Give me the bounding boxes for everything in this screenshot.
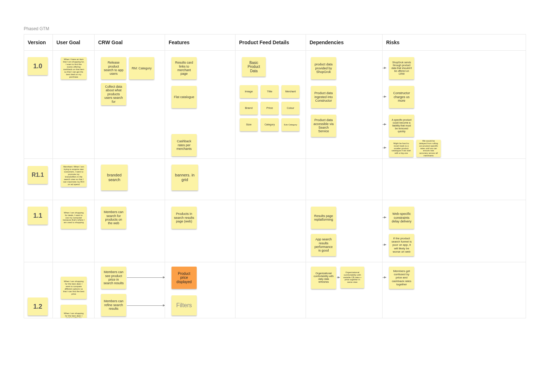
dep-1.2-sameview[interactable]: Organizational comfortability with varia… <box>340 267 364 288</box>
arrow-dep2-risk2 <box>383 97 386 97</box>
pfd-colour[interactable]: Colour <box>282 102 299 115</box>
col-version: Version <box>24 34 53 50</box>
risk-1.2-confused[interactable]: Members get confused by price and cashba… <box>389 267 414 289</box>
risk-1.1-web[interactable]: Web-specific constraints delay delivery <box>389 207 414 229</box>
pfd-image[interactable]: Image <box>240 85 258 98</box>
risk-1.0-shopgrok[interactable]: ShopGrok sends through product data that… <box>389 57 414 79</box>
usergoal-1.2a[interactable]: When I am shopping for the best deal, I … <box>61 277 87 299</box>
pfd-brand[interactable]: Brand <box>240 102 258 115</box>
usergoal-1.1[interactable]: When I am shopping for deals, I want to … <box>61 207 87 229</box>
pfd-merchant[interactable]: Merchant <box>282 85 299 98</box>
arrow-1.2-risk <box>383 277 386 278</box>
col-crw-goal: CRW Goal <box>95 34 165 50</box>
risk-1.0-charge[interactable]: Constructor charges us more <box>389 86 414 108</box>
usergoal-1.2b[interactable]: When I am shopping for the best deal, I … <box>61 305 87 318</box>
matrix: Version User Goal CRW Goal Features Prod… <box>24 34 526 318</box>
arrow-1.2-deps <box>337 277 340 278</box>
feat-1.0-resultscard[interactable]: Results card links to merchant page <box>171 57 197 79</box>
version-r1.1[interactable]: R1.1 <box>28 166 48 184</box>
feat-1.1[interactable]: Products in search results page (web) <box>171 207 197 229</box>
crw-1.0-rm[interactable]: RM: Category <box>129 57 154 79</box>
feat-1.2-price[interactable]: Product price displayed <box>171 267 197 289</box>
pfd-category[interactable]: Category <box>261 118 279 131</box>
row-v1.0: 1.0 When I have an item that I am shoppi… <box>24 51 526 159</box>
dep-1.1-appperf[interactable]: App search results performance is good <box>311 234 336 256</box>
feat-1.2-filters[interactable]: Filters <box>171 295 197 315</box>
col-product-feed: Product Feed Details <box>235 34 306 50</box>
header-row: Version User Goal CRW Goal Features Prod… <box>24 34 526 51</box>
version-1.0[interactable]: 1.0 <box>28 57 48 75</box>
feat-r1.1[interactable]: banners. in grid <box>171 165 198 190</box>
dep-1.1-replat[interactable]: Results page replatforming <box>311 207 336 229</box>
arrow-dep1-risk1 <box>383 68 386 68</box>
board-title: Phased GTM <box>24 26 49 31</box>
arrow-1.2-price <box>127 277 165 278</box>
usergoal-r1.1[interactable]: Merchant: When I am trying to acquire ne… <box>61 165 87 187</box>
usergoal-1.0[interactable]: When I have an item that I am shopping f… <box>61 57 87 79</box>
risk-1.0-delay[interactable]: We would be delayed from rolling out pro… <box>416 140 441 157</box>
feat-1.0-cbrates[interactable]: Cashback rates per merchants <box>171 134 197 156</box>
dep-1.2-daily[interactable]: Organizational comfortability with daily… <box>311 267 336 289</box>
dep-1.0-shopgrok[interactable]: product data provided by ShopGrok <box>311 57 336 79</box>
crw-r1.1[interactable]: branded search <box>101 165 128 190</box>
version-1.1[interactable]: 1.1 <box>28 207 48 225</box>
pfd-size[interactable]: Size <box>240 118 258 131</box>
canvas[interactable]: Phased GTM Version User Goal CRW Goal Fe… <box>0 0 549 392</box>
arrow-1.1-b <box>383 245 386 245</box>
row-v1.2: 1.2 When I am shopping for the best deal… <box>24 262 526 318</box>
arrow-dep3-risk4 <box>383 148 386 148</box>
arrow-1.1-a <box>383 217 386 218</box>
dep-1.0-constructor[interactable]: Product data ingested into Constructor <box>311 86 336 108</box>
col-features: Features <box>165 34 235 50</box>
col-user-goal: User Goal <box>53 34 95 50</box>
pfd-title[interactable]: Title <box>261 85 279 98</box>
pfd-basic[interactable]: Basic Product Data <box>242 57 266 77</box>
crw-1.0-collect[interactable]: Collect data about what products users s… <box>101 83 126 105</box>
arrow-dep3-risk3 <box>383 124 386 125</box>
risk-1.1-funnel[interactable]: If the product search funnel is poor on … <box>389 234 414 256</box>
crw-1.2-price[interactable]: Members can see product price in search … <box>101 267 126 289</box>
feat-1.0-flatcat[interactable]: Flat catalogue <box>171 86 197 108</box>
crw-1.1[interactable]: Members can search for products on the w… <box>101 207 126 229</box>
col-dependencies: Dependencies <box>306 34 383 50</box>
pfd-subcat[interactable]: Sub-Category <box>282 118 299 131</box>
version-1.2[interactable]: 1.2 <box>28 298 48 315</box>
row-v1.1: 1.1 When I am shopping for deals, I want… <box>24 200 526 262</box>
crw-1.2-refine[interactable]: Members can refine search results <box>101 294 126 316</box>
row-r1.1: R1.1 Merchant: When I am trying to acqui… <box>24 159 526 200</box>
crw-1.0-release[interactable]: Release product search to app users <box>101 57 126 79</box>
risk-1.0-revert[interactable]: Might be hard to revert back to a smalle… <box>389 140 413 157</box>
risk-1.0-liab[interactable]: A specific product could become a liabil… <box>389 115 414 137</box>
col-risks: Risks <box>383 34 526 50</box>
arrow-1.2-filter <box>127 305 165 306</box>
pfd-price[interactable]: Price <box>261 102 279 115</box>
dep-1.0-search[interactable]: Product data accessible via Search Servi… <box>311 115 336 137</box>
